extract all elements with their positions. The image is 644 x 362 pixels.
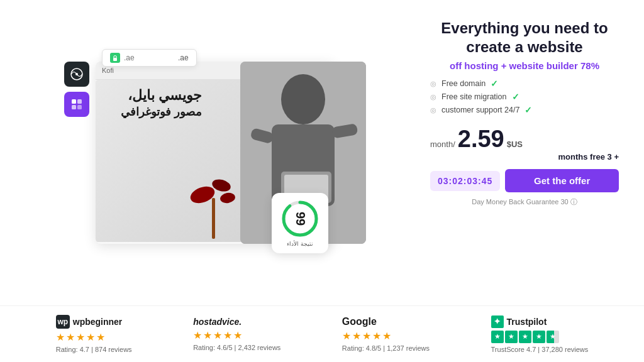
star: ★ [56,331,65,343]
arabic-text-overlay: جويسي بايل، مصور فوتوغرافي [121,87,202,119]
score-circle: 99 [280,199,319,238]
price-amount: 2.59 [458,127,504,151]
trustpilot-logo: ✦ Trustpilot [491,315,547,328]
domain-input[interactable] [124,53,174,62]
tp-star-half: ★ [547,331,559,343]
circle-icon: ◎ [430,80,436,88]
feature-item: ◎ Free site migration ✓ [430,92,619,102]
hostadvice-logo-item: hostadvice. ★ ★ ★ ★ ★ Rating: 4.6/5 | 2,… [193,317,280,351]
trustpilot-icon: ✦ [491,315,504,328]
mockup-container: .ae [64,49,366,263]
feature-label: Free site migration [441,92,507,101]
star: ★ [372,330,381,342]
star: ★ [86,331,95,343]
check-icon: ✓ [491,79,498,89]
svg-rect-5 [72,105,76,109]
hostadvice-stars: ★ ★ ★ ★ ★ [193,329,242,341]
offer-title: Everything you need tocreate a website [430,19,619,57]
star: ★ [233,329,242,341]
wpbeginner-logo-item: wp wpbeginner ★ ★ ★ ★ ★ Rating: 4.7 | 87… [56,315,132,353]
browser-site-name: Kofi [102,67,114,74]
circle-icon: ◎ [430,106,436,114]
feature-label: customer support 24/7 [441,106,519,114]
star-half: ★ [382,330,391,342]
score-label: نتيجة الأداء [287,241,313,247]
trustpilot-logo-item: ✦ Trustpilot ★ ★ ★ ★ ★ TrustScore 4.7 | … [491,315,589,353]
google-name: Google [342,316,377,327]
check-icon: ✓ [525,105,532,115]
domain-suffix: .ae [178,53,189,62]
svg-rect-0 [113,58,117,61]
wpbeginner-icon: wp [56,315,70,329]
star: ★ [76,331,85,343]
google-rating: Rating: 4.8/5 | 1,237 reviews [342,344,430,352]
hostadvice-logo: hostadvice. [193,317,242,327]
google-stars: ★ ★ ★ ★ ★ [342,330,391,342]
trustpilot-stars: ★ ★ ★ ★ ★ [491,331,559,343]
wordpress-icon [64,62,89,87]
tp-star: ★ [519,331,531,343]
left-panel: .ae [25,13,405,299]
bottom-bar: wp wpbeginner ★ ★ ★ ★ ★ Rating: 4.7 | 87… [0,305,644,362]
svg-rect-3 [72,99,76,104]
price-currency: $US [507,140,523,149]
google-logo-item: Google ★ ★ ★ ★ ★ Rating: 4.8/5 | 1,237 r… [342,316,430,352]
arabic-line2: مصور فوتوغرافي [121,105,202,119]
builder-icon [64,92,89,117]
lock-icon [110,53,120,63]
domain-bar: .ae [102,49,197,67]
svg-point-12 [281,74,325,124]
svg-point-10 [219,192,236,204]
wpbeginner-logo: wp wpbeginner [56,315,123,329]
discount-badge: off hosting + website builder 78% [430,60,619,71]
hostadvice-rating: Rating: 4.6/5 | 2,432 reviews [193,344,280,351]
guarantee-text: Day Money Back Guarantee 30 ⓘ [430,197,619,207]
tp-star: ★ [533,331,545,343]
feature-label: Free domain [441,79,486,88]
wpbeginner-rating: Rating: 4.7 | 874 reviews [56,346,132,353]
svg-rect-6 [77,105,82,109]
right-panel: Everything you need tocreate a website o… [418,13,619,299]
score-number: 99 [293,212,308,226]
star: ★ [352,330,361,342]
tp-star: ★ [505,331,518,343]
svg-rect-4 [77,99,82,104]
wpbeginner-name: wpbeginner [73,317,123,327]
price-prefix: month/ [430,140,455,149]
star: ★ [342,330,351,342]
circle-icon: ◎ [430,93,436,101]
features-list: ◎ Free domain ✓ ◎ Free site migration ✓ … [430,79,619,118]
svg-rect-7 [212,198,215,239]
cta-row: 03:02:03:45 Get the offer [430,169,619,192]
feature-item: ◎ customer support 24/7 ✓ [430,105,619,115]
star: ★ [66,331,75,343]
trustpilot-name: Trustpilot [507,317,547,327]
feature-item: ◎ Free domain ✓ [430,79,619,89]
star: ★ [203,329,212,341]
main-content: .ae [0,0,644,305]
wpbeginner-stars: ★ ★ ★ ★ ★ [56,331,105,343]
arabic-line1: جويسي بايل، [121,87,202,105]
tp-star: ★ [491,331,504,343]
pricing-row: month/ 2.59 $US [430,127,619,151]
hostadvice-name: hostadvice. [193,317,242,327]
star-half: ★ [96,331,105,343]
star: ★ [213,329,222,341]
months-free: months free 3 + [430,152,619,162]
score-widget: 99 نتيجة الأداء [272,193,328,253]
countdown-timer: 03:02:03:45 [430,171,500,191]
get-offer-button[interactable]: Get the offer [505,169,619,192]
star: ★ [193,329,202,341]
star: ★ [362,330,371,342]
star: ★ [223,329,232,341]
check-icon: ✓ [512,92,519,102]
google-logo: Google [342,316,377,327]
svg-point-2 [75,73,78,75]
trustpilot-rating: TrustScore 4.7 | 37,280 reviews [491,346,589,353]
